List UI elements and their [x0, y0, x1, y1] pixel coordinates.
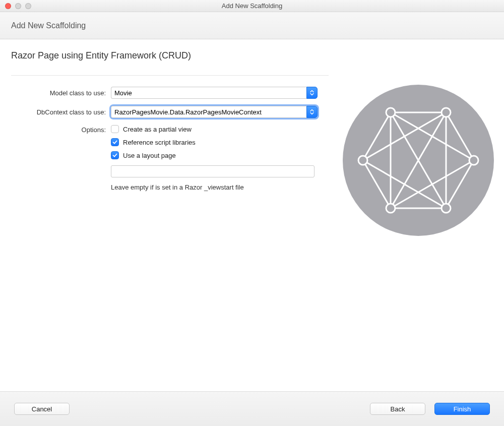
svg-point-14: [386, 108, 395, 117]
dbcontext-label: DbContext class to use:: [11, 108, 111, 116]
content-area: Razor Page using Entity Framework (CRUD)…: [0, 39, 504, 392]
dbcontext-row: DbContext class to use:: [11, 106, 333, 118]
svg-point-15: [442, 108, 451, 117]
cancel-button-label: Cancel: [32, 405, 52, 413]
model-class-dropdown-button[interactable]: [306, 87, 318, 99]
titlebar: Add New Scaffolding: [0, 0, 504, 12]
check-icon: [112, 139, 118, 145]
dialog-header-title: Add New Scaffolding: [11, 21, 86, 30]
svg-point-19: [442, 204, 451, 213]
finish-button-label: Finish: [454, 405, 471, 413]
traffic-lights: [0, 3, 31, 9]
form-column: Razor Page using Entity Framework (CRUD)…: [0, 39, 333, 391]
option-partial-view[interactable]: Create as a partial view: [111, 125, 322, 133]
option-layout-page-label: Use a layout page: [123, 152, 176, 159]
dialog-header: Add New Scaffolding: [0, 12, 504, 39]
layout-page-hint: Leave empty if is set in a Razor _viewst…: [111, 184, 322, 191]
options-label: Options:: [11, 125, 111, 134]
options-group: Create as a partial view Reference scrip…: [111, 125, 322, 191]
illustration-column: [333, 39, 504, 391]
divider: [11, 75, 329, 76]
dbcontext-dropdown-button[interactable]: [306, 106, 318, 118]
back-button[interactable]: Back: [370, 403, 425, 415]
svg-point-16: [358, 156, 367, 165]
option-layout-page[interactable]: Use a layout page: [111, 151, 322, 159]
dbcontext-input[interactable]: [111, 106, 306, 118]
model-class-row: Model class to use:: [11, 87, 333, 99]
options-row: Options: Create as a partial view Refere…: [11, 125, 333, 191]
model-class-input[interactable]: [111, 87, 306, 99]
zoom-window-button: [25, 3, 31, 9]
updown-icon: [309, 109, 315, 115]
finish-button[interactable]: Finish: [434, 403, 490, 415]
svg-point-18: [386, 204, 395, 213]
cancel-button[interactable]: Cancel: [14, 403, 70, 415]
checkbox-layout-page[interactable]: [111, 151, 119, 159]
model-class-label: Model class to use:: [11, 89, 111, 97]
check-icon: [112, 152, 118, 158]
window-title: Add New Scaffolding: [0, 2, 504, 10]
checkbox-reference-scripts[interactable]: [111, 138, 119, 146]
close-window-button[interactable]: [5, 3, 11, 9]
checkbox-partial-view[interactable]: [111, 125, 119, 133]
dialog-footer: Cancel Back Finish: [0, 392, 504, 426]
layout-page-path-input[interactable]: [111, 165, 314, 177]
option-reference-scripts[interactable]: Reference script libraries: [111, 138, 322, 146]
model-class-combo[interactable]: [111, 87, 318, 99]
option-partial-view-label: Create as a partial view: [123, 126, 192, 133]
svg-point-17: [469, 156, 478, 165]
minimize-window-button: [15, 3, 21, 9]
option-reference-scripts-label: Reference script libraries: [123, 139, 196, 146]
network-graph-icon: [343, 85, 494, 236]
updown-icon: [309, 90, 315, 96]
back-button-label: Back: [391, 405, 405, 413]
dbcontext-combo[interactable]: [111, 106, 318, 118]
page-title: Razor Page using Entity Framework (CRUD): [11, 50, 333, 61]
